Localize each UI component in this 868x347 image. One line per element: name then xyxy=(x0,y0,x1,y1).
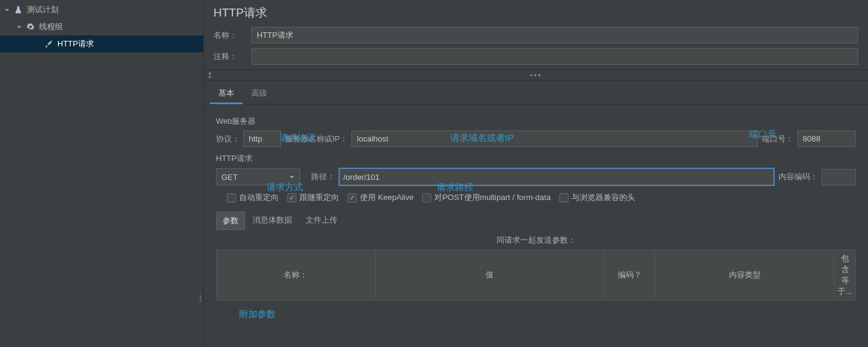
main-panel: HTTP请求 名称： 注释： ▲▼ ••• 基本 高级 Web服务器 协议： 服… xyxy=(204,0,868,347)
tree-panel: 测试计划 线程组 HTTP请求 xyxy=(0,0,204,347)
method-value: GET xyxy=(221,173,238,182)
cb-label: 自动重定向 xyxy=(239,192,279,203)
server-label: 服务器名称或IP： xyxy=(285,134,348,145)
subtab-body[interactable]: 消息体数据 xyxy=(246,212,298,230)
cb-label: 使用 KeepAlive xyxy=(360,192,414,203)
name-input[interactable] xyxy=(251,27,858,43)
tree-item-httprequest[interactable]: HTTP请求 xyxy=(0,35,203,52)
tree-label: 测试计划 xyxy=(27,4,59,15)
comment-input[interactable] xyxy=(251,48,858,65)
col-encode[interactable]: 编码？ xyxy=(604,250,655,301)
expand-arrows-icon: ▲▼ xyxy=(207,71,212,79)
tab-basic[interactable]: 基本 xyxy=(210,84,243,104)
tree-item-testplan[interactable]: 测试计划 xyxy=(0,1,203,18)
cb-label: 跟随重定向 xyxy=(299,192,339,203)
webserver-section-title: Web服务器 xyxy=(216,116,856,127)
tab-advanced[interactable]: 高级 xyxy=(243,84,276,104)
tree-label: 线程组 xyxy=(39,21,63,32)
subtab-params[interactable]: 参数 xyxy=(216,212,245,230)
col-include[interactable]: 包含等于... xyxy=(834,250,856,301)
encoding-label: 内容编码： xyxy=(778,171,818,182)
col-ctype[interactable]: 内容类型 xyxy=(655,250,834,301)
flask-icon xyxy=(13,5,23,15)
col-name[interactable]: 名称： xyxy=(217,250,376,301)
checkbox-follow-redirect[interactable]: 跟随重定向 xyxy=(287,192,339,203)
path-input[interactable] xyxy=(339,168,775,186)
page-title: HTTP请求 xyxy=(213,5,858,21)
port-input[interactable] xyxy=(797,131,856,147)
checkbox-browser-compat[interactable]: 与浏览器兼容的头 xyxy=(559,192,635,203)
checkbox-keepalive[interactable]: 使用 KeepAlive xyxy=(348,192,414,203)
httpreq-section-title: HTTP请求 xyxy=(216,153,856,164)
cb-label: 与浏览器兼容的头 xyxy=(572,192,635,203)
annotation-extra: 附加参数 xyxy=(239,309,276,320)
protocol-label: 协议： xyxy=(216,134,240,145)
subtab-files[interactable]: 文件上传 xyxy=(299,212,343,230)
checkbox-auto-redirect[interactable]: 自动重定向 xyxy=(227,192,279,203)
param-subtabs: 参数 消息体数据 文件上传 xyxy=(216,212,856,230)
splitter-horizontal[interactable]: ▲▼ ••• xyxy=(204,70,868,80)
chevron-down-icon xyxy=(4,7,10,13)
protocol-input[interactable] xyxy=(243,131,281,147)
col-value[interactable]: 值 xyxy=(375,250,604,301)
checkbox-multipart[interactable]: 对POST使用multipart / form-data xyxy=(422,192,551,203)
caret-down-icon xyxy=(289,173,295,182)
tree-item-threadgroup[interactable]: 线程组 xyxy=(0,18,203,35)
config-tabs: 基本 高级 xyxy=(204,84,868,105)
dropper-icon xyxy=(44,39,54,49)
splitter-handle-vertical[interactable]: ••• xyxy=(199,295,201,302)
encoding-input[interactable] xyxy=(822,169,856,185)
path-label: 路径： xyxy=(311,171,335,182)
comment-label: 注释： xyxy=(213,51,246,62)
params-table: 名称： 值 编码？ 内容类型 包含等于... xyxy=(216,249,856,301)
port-label: 端口号： xyxy=(762,134,794,145)
server-input[interactable] xyxy=(351,131,758,147)
gear-icon xyxy=(26,22,35,32)
cb-label: 对POST使用multipart / form-data xyxy=(434,192,551,203)
tree-label: HTTP请求 xyxy=(57,38,94,49)
method-select[interactable]: GET xyxy=(216,168,300,185)
params-section-title: 同请求一起发送参数： xyxy=(216,235,856,246)
name-label: 名称： xyxy=(213,30,246,41)
chevron-down-icon xyxy=(16,24,22,30)
drag-dots-icon: ••• xyxy=(530,71,542,80)
